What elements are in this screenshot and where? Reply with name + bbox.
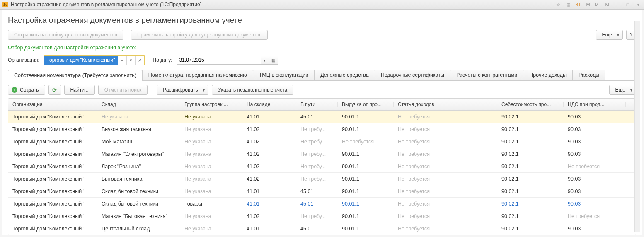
date-calendar-icon[interactable]: ▦	[269, 56, 278, 65]
column-header-1[interactable]: Склад	[97, 102, 180, 107]
cell-vputi: Не требу...	[296, 176, 338, 182]
cell-nds: 90.03	[564, 189, 626, 194]
table-row[interactable]: Торговый дом "Комплексный"Не указанаНе у…	[8, 111, 636, 123]
cell-sebest: 90.02.1	[497, 189, 564, 194]
cell-group: Не указана	[180, 226, 242, 232]
tab-7[interactable]: Расходы	[572, 70, 605, 80]
cell-vyruchka: Не требуется	[338, 139, 394, 145]
calc-icon[interactable]: ▦	[564, 1, 572, 8]
window-title: Настройка отражения документов в регламе…	[11, 2, 202, 7]
titlebar: 1c Настройка отражения документов в регл…	[0, 0, 644, 10]
date-dropdown-icon[interactable]: ▾	[261, 56, 269, 65]
cell-sebest: 90.02.1	[497, 164, 564, 169]
tab-5[interactable]: Расчеты с контрагентами	[450, 70, 523, 80]
cell-nasklade: 41.02	[242, 213, 296, 219]
tab-1[interactable]: Номенклатура, переданная на комиссию	[142, 70, 253, 80]
cell-dohod: Не требуется	[394, 213, 497, 219]
column-header-4[interactable]: В пути	[296, 102, 338, 107]
find-button[interactable]: Найти...	[64, 85, 95, 95]
date-input[interactable]	[177, 56, 261, 65]
table-row[interactable]: Торговый дом "Комплексный"Магазин "Элект…	[8, 148, 636, 160]
table-row[interactable]: Торговый дом "Комплексный"Склад бытовой …	[8, 198, 636, 210]
star-icon[interactable]: ☆	[554, 1, 562, 8]
date-field[interactable]: ▾ ▦	[177, 56, 278, 65]
cell-vyruchka: 90.01.1	[338, 151, 394, 157]
save-settings-button[interactable]: Сохранить настройку для новых документов	[8, 30, 123, 40]
data-grid: ОрганизацияСкладГруппа настроек ...На ск…	[8, 98, 636, 235]
table-row[interactable]: Торговый дом "Комплексный"Бытовая техник…	[8, 173, 636, 185]
grid-body[interactable]: Торговый дом "Комплексный"Не указанаНе у…	[8, 111, 636, 235]
cell-vputi: Не требу...	[296, 151, 338, 157]
window-controls: ☆ ▦ 31 M M+ M- — □ ×	[554, 1, 642, 8]
org-clear-icon[interactable]: ×	[126, 56, 135, 65]
create-button[interactable]: + Создать	[8, 85, 45, 95]
minimize-icon[interactable]: —	[614, 1, 622, 8]
cell-vyruchka: 90.01.1	[338, 201, 394, 207]
tab-2[interactable]: ТМЦ в эксплуатации	[253, 70, 315, 80]
refresh-icon: ⟳	[52, 87, 57, 93]
column-header-7[interactable]: Себестоимость про...	[497, 102, 564, 107]
cell-org: Торговый дом "Комплексный"	[8, 189, 97, 194]
cell-sebest: 90.02.1	[497, 126, 564, 132]
date-label: По дату:	[153, 57, 172, 63]
column-header-8[interactable]: НДС при прод...	[564, 102, 626, 107]
cell-vyruchka: 90.01.1	[338, 213, 394, 219]
maximize-icon[interactable]: □	[624, 1, 632, 8]
table-more-button[interactable]: Еще	[609, 85, 636, 95]
cancel-search-button[interactable]: Отменить поиск	[98, 85, 148, 95]
cell-dohod: Не требуется	[394, 189, 497, 194]
org-open-icon[interactable]: ↗	[135, 56, 144, 65]
more-button[interactable]: Еще	[596, 30, 623, 40]
tab-0[interactable]: Собственная номенклатура (Требуется запо…	[8, 70, 143, 81]
cell-nasklade: 41.01	[242, 189, 296, 194]
fill-empty-button[interactable]: Указать незаполненные счета	[212, 85, 293, 95]
cell-sebest: 90.02.1	[497, 226, 564, 232]
column-header-0[interactable]: Организация	[8, 102, 97, 107]
cell-sebest: 90.02.1	[497, 213, 564, 219]
cell-nasklade: 41.02	[242, 164, 296, 169]
org-field[interactable]: Торговый дом "Комплексный" ▾ × ↗	[44, 55, 145, 65]
cell-org: Торговый дом "Комплексный"	[8, 114, 97, 120]
cell-nds: 90.03	[564, 226, 626, 232]
page-title: Настройка отражения документов в регламе…	[8, 16, 636, 25]
tab-3[interactable]: Денежные средства	[314, 70, 375, 80]
apply-settings-button[interactable]: Применить настройку для существующих док…	[131, 30, 268, 40]
calendar-icon[interactable]: 31	[574, 1, 582, 8]
cell-vputi: Не требу...	[296, 213, 338, 219]
cell-nds: 90.03	[564, 139, 626, 145]
cell-group: Не указана	[180, 176, 242, 182]
cell-group: Не указана	[180, 139, 242, 145]
cell-org: Торговый дом "Комплексный"	[8, 176, 97, 182]
table-row[interactable]: Торговый дом "Комплексный"Центральный ск…	[8, 222, 636, 235]
mem-mplus-icon[interactable]: M+	[594, 1, 602, 8]
cell-org: Торговый дом "Комплексный"	[8, 151, 97, 157]
cell-group: Товары	[180, 201, 242, 207]
cell-nasklade: 41.02	[242, 151, 296, 157]
org-dropdown-icon[interactable]: ▾	[118, 56, 126, 65]
refresh-button[interactable]: ⟳	[48, 85, 61, 95]
cell-sklad: Мой магазин	[97, 139, 180, 145]
close-icon[interactable]: ×	[634, 1, 642, 8]
table-row[interactable]: Торговый дом "Комплексный"Магазин "Бытов…	[8, 210, 636, 222]
tab-6[interactable]: Прочие доходы	[523, 70, 573, 80]
column-header-2[interactable]: Группа настроек ...	[180, 102, 242, 107]
table-row[interactable]: Торговый дом "Комплексный"Склад бытовой …	[8, 185, 636, 198]
column-header-6[interactable]: Статья доходов	[394, 102, 497, 107]
page-scrollbar[interactable]	[634, 21, 640, 232]
app-icon: 1c	[2, 2, 8, 7]
tab-4[interactable]: Подарочные сертификаты	[375, 70, 450, 80]
column-header-3[interactable]: На складе	[242, 102, 296, 107]
column-header-5[interactable]: Выручка от про...	[338, 102, 394, 107]
table-row[interactable]: Торговый дом "Комплексный"Внуковская там…	[8, 123, 636, 135]
table-row[interactable]: Торговый дом "Комплексный"Ларек "Розница…	[8, 160, 636, 173]
cell-org: Торговый дом "Комплексный"	[8, 164, 97, 169]
org-value: Торговый дом "Комплексный"	[44, 56, 118, 65]
cell-nds: 90.03	[564, 114, 626, 120]
cell-nds: Не требуется	[564, 213, 626, 219]
mem-m-icon[interactable]: M	[584, 1, 592, 8]
decode-button[interactable]: Расшифровать	[157, 85, 208, 95]
mem-mminus-icon[interactable]: M-	[604, 1, 612, 8]
cell-nds: 90.03	[564, 151, 626, 157]
table-row[interactable]: Торговый дом "Комплексный"Мой магазинНе …	[8, 135, 636, 148]
cell-sebest: 90.02.1	[497, 176, 564, 182]
